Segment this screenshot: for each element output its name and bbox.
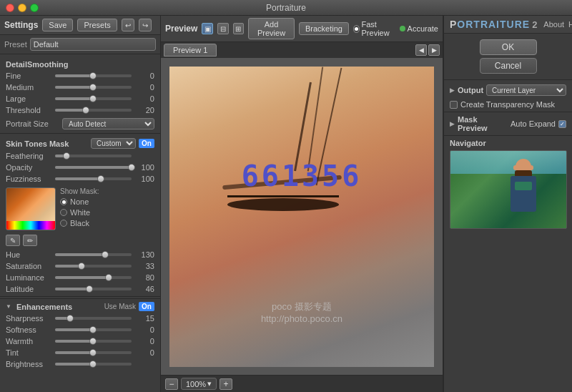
fine-row: Fine 0 bbox=[0, 70, 160, 82]
bracketing-button[interactable]: Bracketing bbox=[299, 22, 349, 35]
warmth-slider[interactable] bbox=[55, 340, 132, 343]
mask-white-radio[interactable] bbox=[60, 209, 67, 216]
center-panel: Preview ▣ ⊟ ⊞ Add Preview Bracketing Fas… bbox=[161, 16, 443, 392]
portraiture-title: PORTRAITURE2 bbox=[450, 19, 538, 30]
sharpness-row: Sharpness 15 bbox=[0, 313, 160, 324]
split-preview-icon[interactable]: ⊟ bbox=[217, 23, 229, 34]
add-preview-button[interactable]: Add Preview bbox=[248, 18, 295, 39]
color-swatch[interactable] bbox=[6, 187, 56, 230]
redo-icon[interactable]: ↪ bbox=[139, 19, 152, 31]
enhancements-arrow[interactable]: ▼ bbox=[6, 303, 11, 310]
zoom-in-btn[interactable]: + bbox=[220, 378, 232, 390]
right-menu: About Help bbox=[538, 19, 572, 29]
opacity-slider[interactable] bbox=[55, 166, 132, 169]
feathering-label: Feathering bbox=[6, 152, 52, 160]
next-nav-btn[interactable]: ▶ bbox=[428, 44, 440, 56]
sharpness-value: 15 bbox=[134, 314, 154, 323]
feathering-slider[interactable] bbox=[55, 155, 132, 157]
preview-tab-1[interactable]: Preview 1 bbox=[164, 44, 217, 57]
zoom-display: 100% ▾ bbox=[181, 378, 217, 390]
presets-button[interactable]: Presets bbox=[77, 19, 117, 31]
hue-row: Hue 130 bbox=[0, 249, 160, 260]
zoom-out-btn[interactable]: − bbox=[165, 378, 178, 390]
fuzziness-label: Fuzziness bbox=[6, 175, 52, 183]
portrait-size-select[interactable]: Auto Detect bbox=[62, 118, 154, 129]
saturation-slider[interactable] bbox=[55, 265, 132, 268]
output-select[interactable]: Current Layer bbox=[486, 84, 566, 96]
single-preview-icon[interactable]: ▣ bbox=[202, 23, 213, 34]
warmth-label: Warmth bbox=[6, 337, 52, 346]
accurate-option[interactable]: Accurate bbox=[400, 24, 438, 33]
large-slider[interactable] bbox=[55, 97, 132, 100]
saturation-value: 33 bbox=[134, 262, 154, 270]
medium-slider[interactable] bbox=[55, 86, 132, 89]
warmth-value: 0 bbox=[134, 337, 154, 346]
skin-tones-custom-select[interactable]: Custom bbox=[91, 138, 136, 149]
accurate-label: Accurate bbox=[408, 24, 438, 33]
latitude-slider[interactable] bbox=[55, 288, 132, 290]
mask-none-radio[interactable] bbox=[60, 198, 67, 205]
skin-tones-on-badge[interactable]: On bbox=[139, 139, 154, 148]
minimize-button[interactable] bbox=[18, 4, 26, 12]
right-panel: PORTRAITURE2 About Help OK Cancel ▶ Outp… bbox=[443, 16, 572, 392]
mask-black-radio[interactable] bbox=[60, 220, 67, 227]
about-menu-item[interactable]: About bbox=[543, 19, 564, 29]
fast-preview-radio[interactable] bbox=[353, 25, 360, 33]
eyedropper-row: ✎ ✏ bbox=[0, 233, 160, 249]
left-panel: Settings Save Presets ↩ ↪ Preset Default… bbox=[0, 16, 161, 392]
close-button[interactable] bbox=[6, 4, 14, 12]
window-controls bbox=[6, 4, 39, 12]
navigator-label: Navigator bbox=[450, 139, 566, 147]
color-picker-area: Show Mask: None White Black bbox=[0, 185, 160, 233]
eyedropper-btn-1[interactable]: ✎ bbox=[6, 235, 20, 246]
create-transparency-checkbox[interactable] bbox=[450, 101, 458, 109]
prev-nav-btn[interactable]: ◀ bbox=[415, 44, 427, 56]
nav-person bbox=[509, 159, 538, 170]
settings-label: Settings bbox=[4, 20, 38, 30]
enhancements-label: Enhancements bbox=[16, 303, 102, 311]
hue-label: Hue bbox=[6, 250, 52, 259]
large-value: 0 bbox=[134, 94, 154, 103]
softness-slider[interactable] bbox=[55, 328, 132, 331]
left-scroll: DetailSmoothing Fine 0 Medium 0 Large bbox=[0, 54, 160, 392]
softness-row: Softness 0 bbox=[0, 324, 160, 335]
output-triangle[interactable]: ▶ bbox=[450, 87, 455, 94]
threshold-value: 20 bbox=[134, 106, 154, 114]
mask-preview-label: Mask Preview bbox=[458, 115, 508, 132]
auto-expand-checkbox[interactable] bbox=[558, 120, 566, 128]
left-toolbar: Settings Save Presets ↩ ↪ bbox=[0, 16, 160, 35]
compare-preview-icon[interactable]: ⊞ bbox=[233, 23, 245, 34]
ok-cancel-area: OK Cancel bbox=[444, 34, 572, 79]
cancel-button[interactable]: Cancel bbox=[480, 58, 537, 74]
tint-slider[interactable] bbox=[55, 351, 132, 354]
enhancements-on-badge[interactable]: On bbox=[139, 302, 154, 311]
maximize-button[interactable] bbox=[30, 4, 39, 12]
portrait-size-label: Portrait Size bbox=[6, 119, 59, 128]
save-button[interactable]: Save bbox=[42, 19, 73, 31]
luminance-row: Luminance 80 bbox=[0, 272, 160, 283]
ok-button[interactable]: OK bbox=[480, 39, 537, 55]
hue-slider[interactable] bbox=[55, 253, 132, 256]
saturation-row: Saturation 33 bbox=[0, 260, 160, 272]
help-menu-item[interactable]: Help bbox=[568, 19, 572, 29]
luminance-slider[interactable] bbox=[55, 276, 132, 279]
saturation-label: Saturation bbox=[6, 262, 52, 270]
preset-select[interactable]: Default bbox=[30, 38, 156, 51]
fine-slider[interactable] bbox=[55, 74, 132, 77]
undo-icon[interactable]: ↩ bbox=[122, 19, 134, 31]
fast-preview-label: Fast Preview bbox=[362, 20, 395, 37]
threshold-slider[interactable] bbox=[55, 109, 132, 112]
fuzziness-slider[interactable] bbox=[55, 177, 132, 180]
softness-value: 0 bbox=[134, 325, 154, 334]
fast-preview-option[interactable]: Fast Preview bbox=[353, 20, 395, 37]
sharpness-label: Sharpness bbox=[6, 314, 52, 323]
watermark: poco 摄影专题 http://photo.poco.cn bbox=[261, 300, 342, 324]
show-mask-area: Show Mask: None White Black bbox=[60, 187, 99, 227]
sharpness-slider[interactable] bbox=[55, 317, 132, 320]
main-layout: Settings Save Presets ↩ ↪ Preset Default… bbox=[0, 16, 572, 392]
eyedropper-btn-2[interactable]: ✏ bbox=[23, 235, 37, 246]
brightness-slider[interactable] bbox=[55, 363, 132, 366]
mask-white-row: White bbox=[60, 208, 99, 217]
create-transparency-row: Create Transparency Mask bbox=[450, 99, 566, 110]
mask-preview-triangle[interactable]: ▶ bbox=[450, 120, 455, 127]
